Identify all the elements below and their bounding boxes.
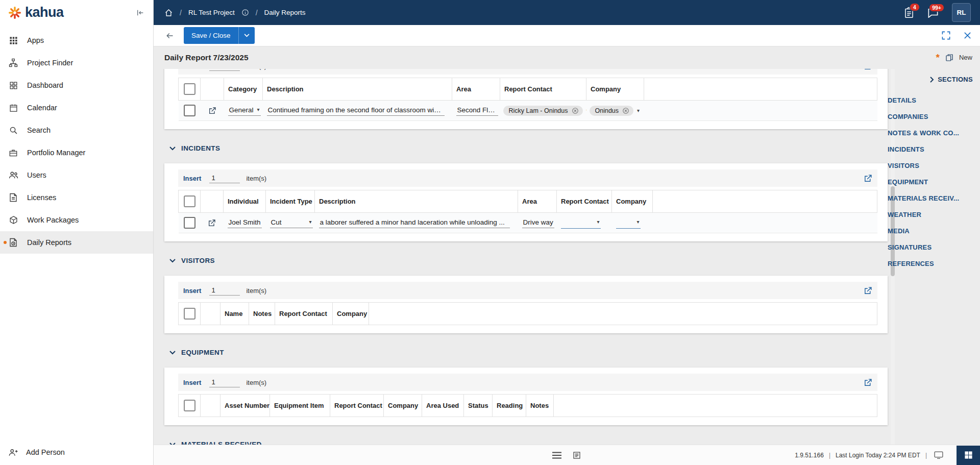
column-header: Report Contact [275, 303, 333, 325]
row-checkbox[interactable] [184, 217, 195, 229]
column-header: Category [224, 78, 263, 101]
sidebar-item-label: Apps [27, 36, 44, 44]
open-in-window-icon[interactable] [864, 378, 872, 387]
insert-count-input[interactable] [209, 285, 240, 296]
section-link-signatures[interactable]: SIGNATURES [888, 243, 973, 252]
kahua-logo[interactable]: kahua [8, 6, 64, 19]
remove-chip-icon[interactable] [622, 107, 629, 114]
back-button[interactable] [164, 31, 175, 40]
select-all-checkbox[interactable] [184, 83, 195, 95]
status-right: 1.9.51.166 | Last Login Today 2:24 PM ED… [795, 446, 980, 465]
dropdown-caret-icon[interactable]: ▾ [637, 108, 640, 113]
open-in-window-icon[interactable] [864, 69, 872, 70]
chevron-down-icon[interactable] [239, 34, 255, 37]
new-label[interactable]: New [959, 54, 972, 61]
open-in-window-icon[interactable] [864, 174, 872, 183]
category-dropdown[interactable]: General▾ [228, 106, 261, 116]
tasks-icon[interactable]: 4 [904, 7, 914, 18]
sidebar-item-dashboard[interactable]: Dashboard [0, 74, 153, 96]
insert-link[interactable]: Insert [183, 287, 201, 295]
select-all-checkbox[interactable] [184, 195, 195, 207]
insert-row: Insert item(s) [178, 169, 877, 187]
column-header: Incident Type [266, 190, 315, 213]
remove-chip-icon[interactable] [572, 107, 579, 114]
company-chip[interactable]: Onindus [590, 106, 634, 116]
sidebar-item-licenses[interactable]: Licenses [0, 186, 153, 209]
breadcrumb-project[interactable]: RL Test Project [188, 9, 235, 16]
sidebar-item-search[interactable]: Search [0, 119, 153, 141]
portfolio-icon [8, 149, 18, 157]
breadcrumb-page[interactable]: Daily Reports [264, 9, 306, 16]
insert-link[interactable]: Insert [183, 175, 201, 182]
sidebar-item-work-packages[interactable]: Work Packages [0, 209, 153, 231]
save-close-button[interactable]: Save / Close [184, 27, 255, 44]
avatar[interactable]: RL [952, 3, 971, 22]
section-link-incidents[interactable]: INCIDENTS [888, 145, 973, 154]
version-number: 1.9.51.166 [795, 452, 824, 459]
dropdown-caret-icon: ▾ [309, 219, 311, 225]
insert-link[interactable]: Insert [183, 379, 201, 386]
report-contact-chip[interactable]: Ricky Lam - Onindus [503, 106, 583, 116]
license-doc-icon [8, 193, 18, 202]
sidebar-item-portfolio-manager[interactable]: Portfolio Manager [0, 141, 153, 164]
insert-count-input[interactable] [209, 69, 240, 71]
sidebar-item-daily-reports[interactable]: Daily Reports [0, 231, 153, 254]
section-header-equipment[interactable]: EQUIPMENT [169, 349, 891, 356]
home-icon[interactable] [164, 9, 173, 17]
individual-field[interactable]: Joel Smith [228, 218, 262, 228]
row-actions-header [201, 78, 224, 101]
select-all-checkbox[interactable] [184, 308, 195, 320]
section-link-materials-received[interactable]: MATERIALS RECEIV... [888, 194, 973, 203]
visitors-table: Name Notes Report Contact Company [178, 302, 877, 325]
list-view-icon[interactable] [552, 452, 561, 459]
info-icon[interactable] [241, 9, 249, 16]
insert-link[interactable]: Insert [183, 69, 201, 70]
insert-count-input[interactable] [209, 173, 240, 183]
section-link-media[interactable]: MEDIA [888, 227, 973, 235]
windows-logo-icon[interactable] [957, 446, 980, 465]
save-close-label: Save / Close [184, 32, 238, 39]
incident-type-dropdown[interactable]: Cut▾ [270, 218, 313, 228]
users-icon [8, 171, 18, 179]
expand-icon[interactable] [941, 31, 951, 40]
record-toolbar: Save / Close [153, 25, 980, 46]
collapse-sidebar-icon[interactable] [136, 9, 145, 17]
section-link-weather[interactable]: WEATHER [888, 211, 973, 219]
section-header-visitors[interactable]: VISITORS [169, 257, 891, 264]
section-link-companies[interactable]: COMPANIES [888, 113, 973, 121]
insert-count-input[interactable] [209, 377, 240, 387]
open-record-icon[interactable] [208, 107, 216, 115]
section-link-visitors[interactable]: VISITORS [888, 162, 973, 170]
open-in-window-icon[interactable] [864, 286, 872, 295]
section-link-equipment[interactable]: EQUIPMENT [888, 178, 973, 186]
select-all-checkbox[interactable] [184, 400, 195, 411]
sidebar-item-apps[interactable]: Apps [0, 29, 153, 52]
add-person-button[interactable]: Add Person [0, 439, 153, 465]
sidebar-item-project-finder[interactable]: Project Finder [0, 52, 153, 74]
report-contact-dropdown[interactable]: ▾ [561, 217, 601, 229]
dropdown-caret-icon: ▾ [597, 219, 599, 225]
screen-share-icon[interactable] [934, 451, 943, 459]
area-field[interactable]: Second Floor [456, 106, 498, 116]
company-dropdown[interactable]: ▾ [616, 217, 641, 229]
section-link-details[interactable]: DETAILS [888, 96, 973, 105]
sections-panel-header[interactable]: SECTIONS [888, 76, 973, 83]
sidebar-item-calendar[interactable]: Calendar [0, 96, 153, 119]
new-record-icon[interactable] [945, 54, 953, 62]
incident-description-field[interactable]: a laborer suffered a minor hand lacerati… [319, 218, 510, 228]
section-link-notes-work[interactable]: NOTES & WORK CO... [888, 129, 973, 137]
detail-view-icon[interactable] [573, 451, 581, 459]
equipment-card: Insert item(s) Asset Number Equipment It… [164, 368, 888, 425]
section-link-references[interactable]: REFERENCES [888, 260, 973, 268]
section-header-incidents[interactable]: INCIDENTS [169, 144, 891, 152]
unsaved-indicator: * [936, 53, 940, 62]
column-header: Notes [249, 303, 275, 325]
sidebar-item-users[interactable]: Users [0, 164, 153, 186]
row-checkbox[interactable] [184, 105, 195, 116]
description-field[interactable]: Continued framing on the second floor of… [267, 106, 445, 116]
close-icon[interactable] [963, 31, 972, 40]
incident-area-field[interactable]: Drive way [522, 218, 554, 228]
top-navigation-bar: / RL Test Project / Daily Reports 4 99+ … [153, 0, 980, 25]
messages-icon[interactable]: 99+ [927, 8, 939, 18]
open-record-icon[interactable] [208, 219, 216, 227]
